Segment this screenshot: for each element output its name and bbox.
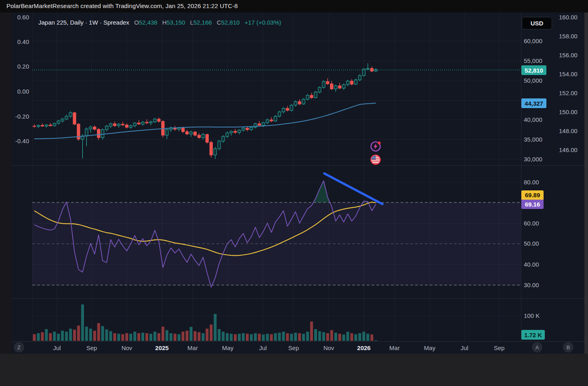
pane-separator-rsi[interactable] <box>11 165 584 166</box>
rsi-axis-tick: 30.00 <box>524 282 539 288</box>
time-axis-month-label: Nov <box>323 344 334 351</box>
ohlc-field-value: 53,150 <box>167 19 185 26</box>
secondary-axis-tick: 154.00 <box>559 71 578 77</box>
secondary-axis-tick: 146.00 <box>559 146 578 153</box>
timezone-button[interactable]: Z <box>14 342 24 353</box>
time-axis-month-label: Sep <box>494 344 505 351</box>
ohlc-field-key: H <box>162 19 167 26</box>
change-value: +17 (+0.03%) <box>244 19 281 26</box>
price-axis-tick: 40,000 <box>524 116 542 123</box>
idea-lightning-icon[interactable] <box>370 140 382 152</box>
time-axis-month-label: Sep <box>288 344 299 351</box>
currency-usd-button[interactable]: USD <box>522 17 552 29</box>
secondary-axis-tick: 160.00 <box>559 14 578 21</box>
chart-root <box>0 0 588 386</box>
ohlc-field-key: C <box>217 19 221 26</box>
attribution-bar: PolarBearMarketResearch created with Tra… <box>0 0 588 13</box>
price-axis-tick: 30,000 <box>524 156 542 163</box>
rsi-axis-tick: 50.00 <box>524 240 539 247</box>
time-axis-month-label: Jul <box>259 344 267 351</box>
secondary-axis-tick: 148.00 <box>559 127 578 134</box>
tradingview-screenshot: PolarBearMarketResearch created with Tra… <box>0 0 588 386</box>
left-margin <box>0 13 11 354</box>
right-margin <box>584 13 588 354</box>
price-axis-tick: 50,000 <box>524 77 542 84</box>
time-axis-month-label: May <box>222 344 233 351</box>
secondary-axis-tick: 156.00 <box>559 52 578 58</box>
ohlc-field-key: L <box>190 19 193 26</box>
symbol-legend[interactable]: Japan 225, Daily · 1W · SpreadexO52,438H… <box>38 19 281 26</box>
volume-scale-tick: 100 K <box>524 312 540 319</box>
rsi-axis-tick: 80.00 <box>524 179 539 186</box>
attribution-text: PolarBearMarketResearch created with Tra… <box>6 2 238 9</box>
ohlc-field-value: 52,810 <box>221 19 240 26</box>
time-axis-month-label: Mar <box>389 344 400 351</box>
ohlc-field-key: O <box>134 19 139 26</box>
ma-price-label: 44,327 <box>521 98 546 108</box>
us-flag-icon[interactable] <box>370 154 382 166</box>
ohlc-field-value: 52,438 <box>139 19 158 26</box>
time-axis-month-label: Jul <box>460 344 468 351</box>
price-scale-border <box>521 13 521 354</box>
volume-value-label: 1.72 K <box>521 330 545 340</box>
time-axis-month-label: Jul <box>53 344 61 351</box>
price-axis-tick: 35,000 <box>524 136 542 143</box>
time-axis-month-label: Mar <box>187 344 198 351</box>
pane-separator-volume[interactable] <box>11 298 584 299</box>
rsi-axis-tick: 40.00 <box>524 261 539 268</box>
rsi-value-label: 69.16 <box>521 200 544 209</box>
price-axis-tick: 60,000 <box>524 38 542 44</box>
symbol-title: Japan 225, Daily · 1W · Spreadex <box>38 19 129 26</box>
time-scale[interactable]: JulSepNov2025MarMayJulSepNov2026MarMayJu… <box>11 341 584 354</box>
ohlc-field-value: 52,166 <box>193 19 212 26</box>
rsi-trendline[interactable] <box>324 173 382 204</box>
secondary-axis-tick: 150.00 <box>559 108 578 115</box>
price-axis-tick: 55,000 <box>524 57 542 64</box>
scale-b-button[interactable]: B <box>563 342 573 353</box>
left-scale-border <box>32 13 33 341</box>
rsi-axis-tick: 60.00 <box>524 220 539 227</box>
time-axis-month-label: Nov <box>122 344 132 351</box>
time-axis-year-label: 2026 <box>357 344 370 351</box>
scale-a-button[interactable]: A <box>532 342 542 353</box>
time-axis-year-label: 2025 <box>155 344 168 351</box>
secondary-axis-tick: 158.00 <box>559 33 578 40</box>
time-axis-month-label: May <box>424 344 435 351</box>
time-axis-month-label: Sep <box>86 344 97 351</box>
last-price-label: 52,810 <box>521 65 546 75</box>
rsi-ma-value-label: 69.89 <box>521 190 544 200</box>
footer-zone: TradingView <box>0 354 588 386</box>
secondary-axis-tick: 152.00 <box>559 90 578 96</box>
chart-canvas[interactable] <box>0 0 588 386</box>
